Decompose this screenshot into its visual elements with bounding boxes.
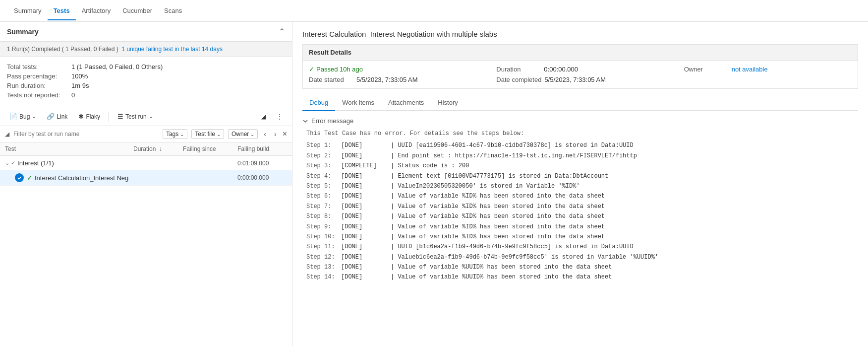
clear-filter-button[interactable]: × xyxy=(283,130,287,138)
col-header-test: Test xyxy=(5,145,133,152)
tags-label: Tags xyxy=(166,131,178,138)
chevron-down-icon xyxy=(302,118,308,124)
stat-label-not-reported: Tests not reported: xyxy=(7,91,71,99)
error-toggle[interactable]: Error message xyxy=(302,117,858,125)
steps-container: This Test Case has no error. For details… xyxy=(302,129,858,282)
step-desc: | Value of variable %UUID% has been stor… xyxy=(391,262,612,272)
date-started-row: Date started 5/5/2023, 7:33:05 AM xyxy=(309,76,476,83)
stat-value-pass: 100% xyxy=(71,72,88,80)
stat-value-total: 1 (1 Passed, 0 Failed, 0 Others) xyxy=(71,63,163,70)
result-tabs: Debug Work items Attachments History xyxy=(302,95,858,111)
tab-attachments[interactable]: Attachments xyxy=(381,95,431,111)
step-status: [DONE] xyxy=(341,232,391,242)
test-group-row[interactable]: ⌄ ✓ Interest (1/1) 0:01:09.000 xyxy=(0,156,292,170)
owner-meta-value: not available xyxy=(732,66,768,73)
step-line: Step 9:[DONE] | Value of variable %ID% h… xyxy=(306,222,858,232)
step-num: Step 4: xyxy=(306,171,341,181)
stat-row-not-reported: Tests not reported: 0 xyxy=(7,91,285,99)
more-options-button[interactable]: ⋮ xyxy=(272,111,287,123)
step-desc: | UUID [b1c6ea2a-f1b9-49d6-b74b-9e9fc9f5… xyxy=(391,242,634,252)
failing-test-link[interactable]: 1 unique failing test in the last 14 day… xyxy=(121,46,222,53)
main-layout: Summary ⌃ 1 Run(s) Completed ( 1 Passed,… xyxy=(0,22,868,346)
group-duration: 0:01:09.000 xyxy=(237,160,287,167)
top-nav: Summary Tests Artifactory Cucumber Scans xyxy=(0,0,868,22)
date-started-value: 5/5/2023, 7:33:05 AM xyxy=(356,76,418,83)
search-input[interactable] xyxy=(13,131,159,138)
bug-button[interactable]: 📄 Bug ⌄ xyxy=(5,110,40,123)
stat-label-duration: Run duration: xyxy=(7,82,71,89)
link-button[interactable]: 🔗 Link xyxy=(42,110,72,123)
step-line: Step 1:[DONE] | UUID [ea119506-4601-4c67… xyxy=(306,140,858,150)
step-line: Step 10:[DONE] | Value of variable %ID% … xyxy=(306,232,858,242)
step-num: Step 8: xyxy=(306,211,341,221)
step-num: Step 12: xyxy=(306,252,341,262)
date-completed-label: Date completed xyxy=(496,76,541,83)
flaky-button[interactable]: ✱ Flaky xyxy=(74,110,105,123)
stat-row-pass: Pass percentage: 100% xyxy=(7,72,285,80)
link-label: Link xyxy=(57,113,67,120)
step-desc: | Value of variable %UUID% has been stor… xyxy=(391,272,612,282)
tags-dropdown[interactable]: Tags ⌄ xyxy=(163,129,187,139)
step-status: [DONE] xyxy=(341,211,391,221)
owner-label: Owner xyxy=(231,131,249,138)
tags-chevron-icon: ⌄ xyxy=(180,132,184,137)
stat-row-total: Total tests: 1 (1 Passed, 0 Failed, 0 Ot… xyxy=(7,63,285,70)
duration-meta-label: Duration xyxy=(496,66,541,73)
prev-button[interactable]: ‹ xyxy=(262,129,268,139)
passed-status-row: ✓ Passed 10h ago xyxy=(309,66,476,73)
step-status: [DONE] xyxy=(341,262,391,272)
stat-label-pass: Pass percentage: xyxy=(7,72,71,80)
check-icon xyxy=(17,175,22,180)
link-icon: 🔗 xyxy=(47,113,55,120)
next-button[interactable]: › xyxy=(272,129,279,139)
step-desc: | Status code is : 200 xyxy=(391,161,469,171)
result-title: Interest Calculation_Interest Negotiatio… xyxy=(302,30,858,38)
step-line: Step 14:[DONE] | Value of variable %UUID… xyxy=(306,272,858,282)
result-details-label: Result Details xyxy=(302,44,858,61)
step-line: Step 7:[DONE] | Value of variable %ID% h… xyxy=(306,202,858,211)
test-run-label: Test run xyxy=(125,113,147,120)
step-line: Step 8:[DONE] | Value of variable %ID% h… xyxy=(306,211,858,221)
tab-history[interactable]: History xyxy=(431,95,464,111)
test-run-button[interactable]: ☰ Test run ⌄ xyxy=(113,110,157,123)
test-file-label: Test file xyxy=(195,131,215,138)
nav-tests[interactable]: Tests xyxy=(48,1,76,20)
expand-icon: ⌄ ✓ xyxy=(5,160,15,166)
duration-row: Duration 0:00:00.000 xyxy=(496,66,664,73)
step-status: [DONE] xyxy=(341,252,391,262)
step-status: [DONE] xyxy=(341,272,391,282)
step-status: [DONE] xyxy=(341,151,391,161)
nav-artifactory[interactable]: Artifactory xyxy=(76,1,117,20)
passed-label: Passed 10h ago xyxy=(316,66,363,73)
col-header-failing-since: Failing since xyxy=(183,145,237,152)
owner-chevron-icon: ⌄ xyxy=(250,132,254,137)
status-circle xyxy=(15,173,24,182)
nav-cucumber[interactable]: Cucumber xyxy=(116,1,158,20)
owner-dropdown[interactable]: Owner ⌄ xyxy=(228,129,258,139)
step-num: Step 3: xyxy=(306,161,341,171)
step-num: Step 13: xyxy=(306,262,341,272)
stat-label-total: Total tests: xyxy=(7,63,71,70)
test-row[interactable]: ✓ Interest Calculation_Interest Neg 0:00… xyxy=(0,170,292,185)
collapse-button[interactable]: ⌃ xyxy=(279,27,285,36)
step-desc: | UUID [ea119506-4601-4c67-9b10-c1dbd730… xyxy=(391,140,634,150)
step-status: [DONE] xyxy=(341,202,391,211)
step-desc: | Value of variable %ID% has been stored… xyxy=(391,232,605,242)
tab-debug[interactable]: Debug xyxy=(302,95,335,111)
step-num: Step 11: xyxy=(306,242,341,252)
filter-icon-button[interactable]: ◢ xyxy=(257,111,270,123)
col-header-duration: Duration ↓ xyxy=(133,145,183,152)
date-completed-row: Date completed 5/5/2023, 7:33:05 AM xyxy=(496,76,664,83)
nav-summary[interactable]: Summary xyxy=(8,1,48,20)
step-desc: | Element text [01100VD47773175] is stor… xyxy=(391,171,608,181)
step-status: [DONE] xyxy=(341,140,391,150)
tab-work-items[interactable]: Work items xyxy=(335,95,381,111)
test-file-dropdown[interactable]: Test file ⌄ xyxy=(191,129,224,139)
result-meta: ✓ Passed 10h ago Date started 5/5/2023, … xyxy=(302,61,858,89)
step-line: Step 5:[DONE] | ValueIn20230505320050' i… xyxy=(306,181,858,191)
nav-scans[interactable]: Scans xyxy=(158,1,188,20)
step-line: Step 13:[DONE] | Value of variable %UUID… xyxy=(306,262,858,272)
left-panel: Summary ⌃ 1 Run(s) Completed ( 1 Passed,… xyxy=(0,22,292,346)
error-message-label: Error message xyxy=(311,117,353,125)
step-num: Step 1: xyxy=(306,140,341,150)
